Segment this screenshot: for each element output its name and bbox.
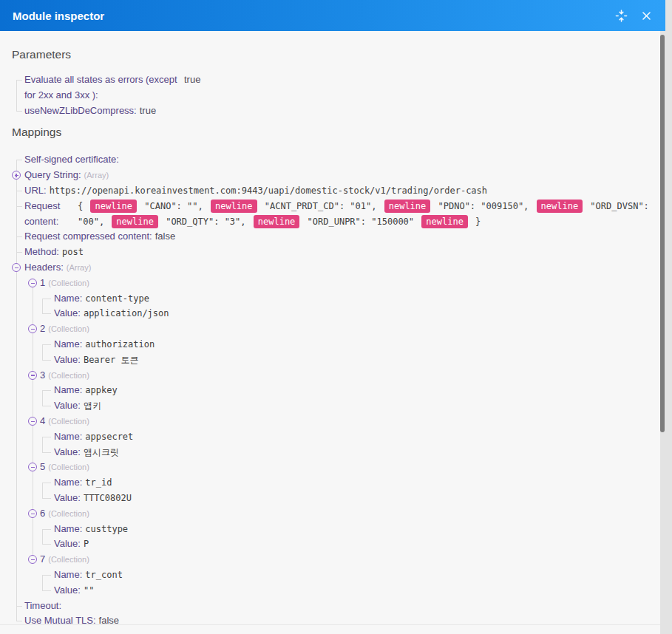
tree-item-value: "" [84, 583, 656, 599]
tree-item-label: Value: [54, 306, 81, 321]
tree-connector [16, 368, 17, 384]
expand-icon[interactable] [12, 171, 21, 180]
tree-connector [42, 437, 51, 437]
newline-badge: newline [421, 215, 468, 228]
tree-connector [42, 352, 43, 360]
tree-connector [16, 552, 17, 567]
tree-item-label: Value: [54, 491, 81, 506]
tree-item: Value:Bearer 토큰 [0, 352, 660, 368]
tree-item-value: true [140, 103, 656, 119]
tree-connector [16, 80, 17, 103]
tree-item: Headers:(Array) [0, 260, 660, 276]
tree-item-value: authorization [85, 337, 656, 352]
tree-connector [16, 306, 17, 321]
tree-connector [33, 522, 33, 537]
tree-connector [33, 536, 33, 552]
tree-item-value: appsecret [85, 429, 656, 445]
tree-item-type: (Collection) [48, 276, 89, 291]
tree-connector [42, 299, 43, 307]
tree-item: Self-signed certificate: [0, 152, 660, 168]
tree-connector [42, 529, 51, 530]
tree-connector [16, 199, 17, 230]
compress-icon[interactable] [614, 8, 628, 23]
tree-connector [16, 236, 22, 237]
close-icon[interactable] [639, 8, 654, 23]
tree-connector [42, 575, 43, 583]
tree-item-label: Self-signed certificate: [24, 152, 119, 168]
section-title: Parameters [12, 47, 660, 62]
tree-item: Name:content-type [0, 291, 660, 307]
tree-item: Method:post [0, 245, 660, 260]
newline-badge: newline [384, 200, 431, 213]
tree-item-value: 앱시크릿 [84, 445, 656, 460]
tree-connector [33, 291, 33, 307]
tree-item-value: content-type [85, 291, 656, 307]
collapse-icon[interactable] [28, 555, 37, 564]
tree-item: Name:authorization [0, 337, 660, 352]
tree-connector [42, 406, 51, 406]
tree-item: Value:application/json [0, 306, 660, 321]
window-titlebar[interactable]: Module inspector [0, 0, 665, 31]
newline-badge: newline [90, 200, 137, 213]
tree-item: 6(Collection) [0, 506, 660, 522]
tree-connector [16, 383, 17, 398]
collapse-icon[interactable] [28, 417, 37, 426]
tree-item: Value:앱시크릿 [0, 445, 660, 460]
tree-connector [16, 583, 17, 599]
tree-item: Value:"" [0, 583, 660, 599]
tree-connector [16, 160, 22, 160]
tree-item-label: 4 [40, 414, 45, 429]
panel-bottom-divider [0, 624, 660, 625]
scrollbar-thumb[interactable] [660, 35, 665, 432]
tree-connector [33, 491, 33, 506]
tree-item: Name:appkey [0, 383, 660, 398]
tree-item-label: useNewZLibDeCompress: [24, 103, 137, 119]
tree-connector [42, 344, 51, 345]
tree-connector [16, 398, 17, 414]
newline-badge: newline [211, 200, 257, 213]
collapse-icon[interactable] [12, 263, 21, 272]
tree-item-type: (Collection) [48, 321, 89, 337]
tree-connector [42, 583, 43, 590]
tree-item-label: 1 [40, 276, 45, 291]
collapse-icon[interactable] [28, 324, 37, 333]
tree-item-label: 6 [40, 506, 45, 522]
tree-item-value: false [155, 229, 656, 245]
tree-item-value: P [84, 536, 656, 552]
tree-item-label: Timeout: [24, 599, 61, 614]
tree-item-label: Name: [54, 567, 82, 583]
tree-item-label: Value: [54, 583, 81, 599]
tree-item-type: (Collection) [48, 552, 89, 567]
tree-connector [16, 460, 17, 475]
tree-connector [16, 191, 22, 191]
tree-connector [16, 276, 17, 291]
section-mappings: Mappings Self-signed certificate:Query S… [0, 125, 660, 629]
tree-item: Evaluate all states as errors (except fo… [0, 72, 660, 103]
tree-connector [33, 445, 33, 460]
collapse-icon[interactable] [28, 463, 37, 471]
tree-item: Name:custtype [0, 522, 660, 537]
tree-connector [42, 437, 43, 445]
tree-item-value: Bearer 토큰 [84, 352, 656, 368]
tree-item: 3(Collection) [0, 368, 660, 384]
tree-item-value: { newline "CANO": "", newline "ACNT_PRDT… [78, 199, 656, 230]
module-inspector-window: Module inspector Parameters [0, 0, 672, 634]
tree-item-label: Name: [54, 337, 82, 352]
newline-badge: newline [112, 215, 158, 228]
collapse-icon[interactable] [28, 279, 37, 287]
tree-item-value: appkey [85, 383, 656, 398]
tree-connector [16, 475, 17, 491]
collapse-icon[interactable] [28, 509, 37, 518]
parameters-tree: Evaluate all states as errors (except fo… [0, 72, 660, 118]
tree-connector [42, 390, 43, 398]
collapse-icon[interactable] [28, 371, 37, 380]
tree-connector [42, 483, 51, 483]
tree-connector [16, 414, 17, 429]
tree-item-label: Name: [54, 429, 82, 445]
tree-item: Request content:{ newline "CANO": "", ne… [0, 199, 660, 230]
tree-item-label: Name: [54, 522, 82, 537]
tree-connector [33, 429, 33, 445]
tree-connector [16, 291, 17, 307]
tree-item-label: Value: [54, 398, 81, 414]
tree-item: 7(Collection) [0, 552, 660, 567]
